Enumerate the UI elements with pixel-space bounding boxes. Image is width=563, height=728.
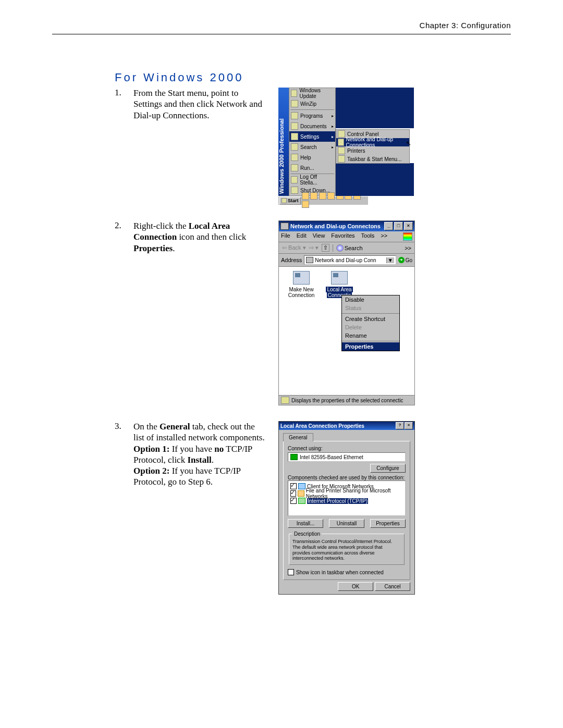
menu-documents[interactable]: Documents bbox=[289, 121, 335, 131]
help-button[interactable]: ? bbox=[396, 422, 404, 429]
uninstall-button[interactable]: Uninstall bbox=[329, 519, 364, 528]
forward-button[interactable]: ⇨ ▾ bbox=[309, 244, 319, 251]
dropdown-icon[interactable]: ▼ bbox=[386, 257, 394, 263]
tray-icon[interactable] bbox=[302, 201, 309, 208]
search-button[interactable]: Search bbox=[336, 244, 363, 252]
status-bar: Displays the properties of the selected … bbox=[279, 395, 414, 405]
windows-update-icon bbox=[291, 90, 297, 97]
menubar: File Edit View Favorites Tools >> bbox=[279, 231, 414, 242]
menu-favorites[interactable]: Favorites bbox=[331, 232, 354, 241]
status-text: Displays the properties of the selected … bbox=[291, 398, 403, 403]
context-menu: Disable Status Create Shortcut Delete Re… bbox=[341, 295, 400, 351]
menu-label: WinZip bbox=[300, 101, 316, 107]
make-new-connection[interactable]: Make New Connection bbox=[283, 271, 320, 298]
network-folder-icon bbox=[280, 223, 289, 230]
checkbox-icon[interactable] bbox=[290, 483, 297, 489]
connection-icon bbox=[293, 271, 310, 285]
components-list[interactable]: Client for Microsoft Networks File and P… bbox=[288, 480, 406, 516]
ctx-status: Status bbox=[342, 304, 399, 312]
checkbox-icon[interactable] bbox=[290, 490, 296, 497]
address-bar: Address Network and Dial-up Conn ▼ ➜Go bbox=[279, 254, 414, 267]
menu-help[interactable]: Help bbox=[289, 152, 335, 163]
window-title: Network and Dial-up Connectons bbox=[290, 223, 381, 229]
submenu-taskbar[interactable]: Taskbar & Start Menu... bbox=[336, 155, 409, 163]
close-button[interactable]: × bbox=[405, 422, 413, 429]
ctx-properties[interactable]: Properties bbox=[342, 342, 399, 351]
back-button[interactable]: ⇦ Back ▾ bbox=[282, 244, 306, 251]
help-icon bbox=[291, 154, 298, 161]
service-icon bbox=[298, 490, 304, 497]
connection-icon bbox=[331, 271, 348, 285]
cursor-icon: ↖ bbox=[406, 140, 411, 147]
menu-logoff[interactable]: Log Off Stella... bbox=[289, 175, 335, 185]
menu-search[interactable]: Search bbox=[289, 142, 335, 152]
start-button[interactable]: Start bbox=[279, 197, 301, 205]
network-icon bbox=[338, 139, 344, 146]
menu-file[interactable]: File bbox=[281, 232, 290, 241]
up-button[interactable]: ⇧ bbox=[322, 244, 329, 252]
start-menu-brand: Windows 2000 Professional bbox=[278, 88, 289, 196]
menu-programs[interactable]: Programs bbox=[289, 110, 335, 121]
menu-winzip[interactable]: WinZip bbox=[289, 98, 335, 109]
connection-label: Make New Connection bbox=[288, 287, 315, 298]
menu-label: Documents bbox=[300, 124, 327, 129]
desktop-preview-top bbox=[336, 88, 414, 128]
menu-tools[interactable]: Tools bbox=[361, 232, 375, 241]
menu-run[interactable]: Run... bbox=[289, 163, 335, 173]
menu-label: Printers bbox=[347, 148, 365, 154]
menu-view[interactable]: View bbox=[313, 232, 325, 241]
ctx-create-shortcut[interactable]: Create Shortcut bbox=[342, 315, 399, 323]
description-group: Description Transmission Control Protoco… bbox=[289, 531, 405, 565]
search-icon bbox=[291, 143, 298, 151]
nic-icon bbox=[290, 454, 298, 460]
status-icon bbox=[281, 397, 289, 404]
show-icon-option[interactable]: Show icon in taskbar when connected bbox=[288, 569, 406, 575]
window-titlebar: Network and Dial-up Connectons _ □ × bbox=[279, 221, 414, 231]
logoff-icon bbox=[291, 176, 298, 183]
address-input[interactable]: Network and Dial-up Conn ▼ bbox=[304, 255, 396, 265]
configure-button[interactable]: Configure bbox=[370, 464, 406, 473]
submenu-network-connections[interactable]: Network and Dial-up Connections bbox=[336, 138, 409, 146]
ctx-rename[interactable]: Rename bbox=[342, 331, 399, 340]
toolbar-more[interactable]: >> bbox=[405, 245, 411, 251]
menu-label: Control Panel bbox=[347, 131, 379, 137]
windows-flag-icon bbox=[403, 232, 412, 241]
winzip-icon bbox=[291, 100, 298, 107]
adapter-field: Intel 82595-Based Ethernet bbox=[288, 452, 406, 462]
printers-icon bbox=[338, 147, 345, 154]
ok-button[interactable]: OK bbox=[338, 582, 373, 591]
dialog-title: Local Area Connection Properties bbox=[280, 423, 364, 429]
menu-edit[interactable]: Edit bbox=[297, 232, 307, 241]
local-area-connection[interactable]: Local Area Connectic bbox=[321, 271, 358, 298]
address-label: Address bbox=[281, 257, 302, 263]
go-button[interactable]: ➜Go bbox=[398, 257, 412, 263]
control-panel-icon bbox=[338, 130, 345, 138]
checkbox-icon[interactable] bbox=[288, 569, 294, 575]
checkbox-icon[interactable] bbox=[290, 498, 297, 504]
close-button[interactable]: × bbox=[404, 222, 413, 230]
description-text: Transmission Control Protocol/Internet P… bbox=[292, 539, 401, 561]
menu-label: Run... bbox=[300, 165, 314, 171]
taskbar-icon bbox=[338, 155, 345, 163]
menu-more[interactable]: >> bbox=[381, 232, 387, 241]
start-menu: Windows Update WinZip Programs Documents… bbox=[289, 88, 336, 196]
tab-general[interactable]: General bbox=[283, 433, 313, 441]
menu-windows-update[interactable]: Windows Update bbox=[289, 88, 335, 98]
submenu-printers[interactable]: Printers bbox=[336, 146, 409, 155]
minimize-button[interactable]: _ bbox=[384, 222, 393, 230]
menu-label: Search bbox=[300, 144, 317, 150]
menu-settings[interactable]: Settings bbox=[289, 131, 335, 142]
folder-view: Make New Connection Local Area Connectic… bbox=[279, 267, 414, 395]
folder-icon bbox=[306, 257, 313, 263]
menu-shutdown[interactable]: Shut Down... bbox=[289, 185, 335, 195]
description-label: Description bbox=[292, 531, 322, 537]
install-button[interactable]: Install... bbox=[288, 519, 323, 528]
properties-button[interactable]: Properties bbox=[370, 519, 406, 528]
ctx-disable[interactable]: Disable bbox=[342, 295, 399, 304]
component-fileprint[interactable]: File and Printer Sharing for Microsoft N… bbox=[290, 490, 403, 497]
taskbar: Start bbox=[278, 196, 368, 205]
maximize-button[interactable]: □ bbox=[394, 222, 403, 230]
menu-label: Help bbox=[300, 155, 311, 161]
cancel-button[interactable]: Cancel bbox=[375, 582, 410, 591]
figure-start-menu: Windows 2000 Professional Windows Update… bbox=[278, 88, 417, 205]
